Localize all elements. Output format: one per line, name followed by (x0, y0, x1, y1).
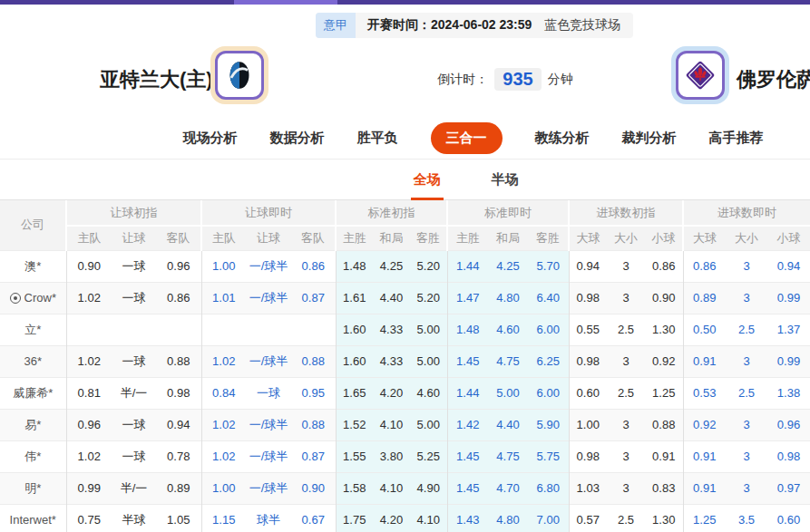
bookmaker-name[interactable]: Crow* (0, 282, 66, 314)
odds-cell: 1.58 (336, 472, 373, 504)
bookmaker-name[interactable]: 澳* (0, 250, 66, 282)
odds-cell: 3 (607, 440, 645, 472)
odds-cell: 4.75 (488, 345, 528, 377)
odds-cell: 4.25 (488, 250, 528, 282)
nav-tab-3[interactable]: 胜平负 (357, 130, 398, 147)
odds-cell: 5.20 (410, 250, 447, 282)
nav-tab-6[interactable]: 裁判分析 (622, 130, 677, 147)
col-sub-1-1: 主队 (66, 226, 112, 250)
odds-cell (201, 314, 246, 345)
odds-cell: 0.86 (156, 282, 201, 314)
odds-cell: 1.30 (645, 504, 683, 532)
odds-cell: 一/球半 (246, 250, 291, 282)
odds-row-4: 36*1.02一球0.881.02一/球半0.881.604.335.001.4… (0, 345, 810, 377)
odds-table: 公司让球初指让球即时标准初指标准即时进球数初指进球数即时主队让球客队主队让球客队… (0, 200, 810, 532)
odds-cell: 5.00 (488, 377, 528, 409)
odds-row-3: 立*1.604.335.001.484.606.000.552.51.300.5… (0, 314, 810, 345)
home-team-logo (210, 46, 268, 104)
odds-cell: 1.25 (645, 377, 683, 409)
odds-cell: 0.98 (156, 377, 201, 409)
odds-cell: 0.86 (683, 250, 726, 282)
league-badge[interactable]: 意甲 (316, 13, 356, 38)
odds-cell: 4.33 (373, 345, 410, 377)
bookmaker-name[interactable]: 威廉希* (0, 377, 66, 409)
odds-cell: 0.98 (569, 440, 607, 472)
odds-cell: 1.42 (447, 409, 488, 440)
odds-cell: 0.78 (156, 440, 201, 472)
top-progress-segment (234, 0, 337, 5)
odds-cell: 4.80 (488, 282, 528, 314)
odds-cell: 0.86 (291, 250, 336, 282)
bookmaker-name[interactable]: 伟* (0, 440, 66, 472)
bookmaker-name[interactable]: Interwet* (0, 504, 66, 532)
odds-cell: 1.30 (645, 314, 683, 345)
odds-cell: 3 (726, 345, 767, 377)
odds-cell: 1.02 (66, 345, 112, 377)
odds-cell: 5.20 (410, 282, 447, 314)
odds-cell: 0.90 (645, 282, 683, 314)
col-group-6: 进球数即时 (683, 200, 810, 226)
odds-cell: 5.00 (410, 314, 447, 345)
odds-cell: 3 (607, 409, 645, 440)
bookmaker-name[interactable]: 易* (0, 409, 66, 440)
odds-cell: 0.94 (767, 250, 810, 282)
odds-row-6: 易*0.96一球0.941.02一/球半0.881.524.105.001.42… (0, 409, 810, 440)
odds-cell: 0.83 (645, 472, 683, 504)
odds-cell: 球半 (246, 504, 291, 532)
odds-cell: 5.75 (528, 440, 569, 472)
odds-cell: 0.96 (767, 409, 810, 440)
odds-cell: 一/球半 (246, 345, 291, 377)
nav-tab-7[interactable]: 高手推荐 (709, 130, 764, 147)
nav-tab-5[interactable]: 教练分析 (535, 130, 590, 147)
odds-cell: 3.80 (373, 440, 410, 472)
odds-cell: 0.88 (156, 345, 201, 377)
odds-cell: 0.98 (767, 440, 810, 472)
nav-tab-4[interactable]: 三合一 (431, 122, 503, 154)
nav-tab-1[interactable]: 现场分析 (183, 130, 238, 147)
subtab-1[interactable]: 全场 (411, 171, 444, 199)
odds-cell (112, 314, 156, 345)
odds-cell: 0.94 (156, 409, 201, 440)
col-group-5: 进球数初指 (569, 200, 683, 226)
odds-cell: 6.00 (528, 377, 569, 409)
col-group-4: 标准即时 (447, 200, 569, 226)
odds-cell: 6.40 (528, 282, 569, 314)
odds-cell: 4.10 (410, 504, 447, 532)
odds-cell: 1.47 (447, 282, 488, 314)
odds-cell: 4.90 (410, 472, 447, 504)
odds-row-7: 伟*1.02一球0.781.02一/球半0.871.553.805.251.45… (0, 440, 810, 472)
odds-cell: 0.87 (291, 440, 336, 472)
odds-cell: 0.94 (569, 250, 607, 282)
odds-cell: 3 (607, 282, 645, 314)
period-subtabs: 全场半场 (0, 160, 810, 200)
odds-cell: 3 (726, 250, 767, 282)
odds-cell: 0.97 (767, 472, 810, 504)
odds-cell: 0.60 (569, 377, 607, 409)
odds-row-8: 明*0.99半/一0.891.00一/球半0.901.584.104.901.4… (0, 472, 810, 504)
bookmaker-name[interactable]: 立* (0, 314, 66, 345)
col-sub-5-1: 大球 (569, 226, 607, 250)
nav-tab-2[interactable]: 数据分析 (270, 130, 325, 147)
odds-cell: 1.48 (336, 250, 373, 282)
col-sub-5-3: 小球 (645, 226, 683, 250)
bookmaker-name[interactable]: 明* (0, 472, 66, 504)
odds-cell: 0.84 (201, 377, 246, 409)
odds-cell: 一/球半 (246, 440, 291, 472)
odds-cell: 0.87 (291, 282, 336, 314)
odds-cell (66, 314, 112, 345)
odds-cell: 0.88 (291, 409, 336, 440)
col-sub-4-3: 客胜 (528, 226, 569, 250)
odds-cell: 0.99 (767, 345, 810, 377)
col-sub-6-2: 大小 (726, 226, 767, 250)
odds-cell: 4.80 (488, 504, 528, 532)
bookmaker-name[interactable]: 36* (0, 345, 66, 377)
odds-cell: 0.91 (683, 440, 726, 472)
odds-cell: 0.60 (767, 504, 810, 532)
odds-cell: 5.00 (410, 409, 447, 440)
venue-name: 蓝色竞技球场 (544, 17, 620, 34)
odds-cell: 2.5 (607, 377, 645, 409)
fiorentina-crest-icon (676, 51, 725, 100)
odds-cell: 1.48 (447, 314, 488, 345)
odds-cell: 0.50 (683, 314, 726, 345)
subtab-2[interactable]: 半场 (489, 171, 522, 199)
